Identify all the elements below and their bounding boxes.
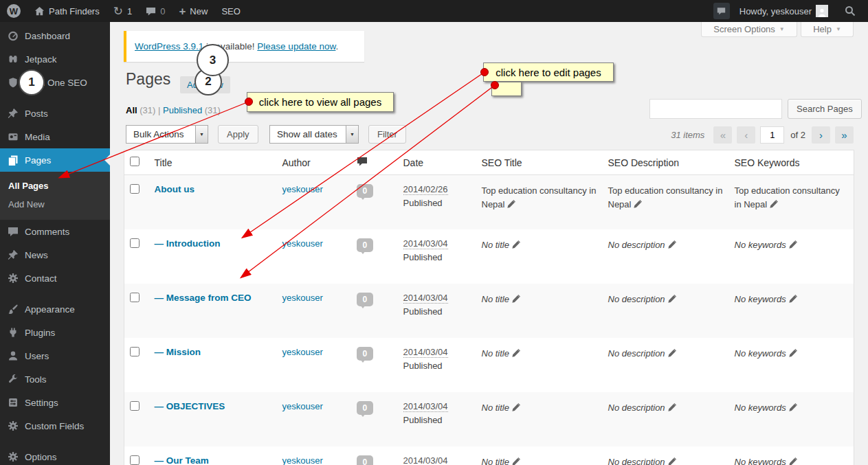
column-header-comments[interactable] xyxy=(351,150,398,175)
edit-pencil-icon[interactable] xyxy=(667,240,676,249)
sidebar-item-news[interactable]: News xyxy=(0,243,110,266)
sidebar-item-custom-fields[interactable]: Custom Fields xyxy=(0,414,110,438)
author-link[interactable]: yeskouser xyxy=(282,455,323,465)
page-title-link[interactable]: About us xyxy=(155,184,195,194)
account-menu[interactable]: Howdy, yeskouser xyxy=(733,0,835,22)
row-checkbox[interactable] xyxy=(130,293,140,302)
sidebar-item-posts[interactable]: Posts xyxy=(0,102,110,125)
sidebar-item-comments[interactable]: Comments xyxy=(0,220,110,243)
annotation-callout-edit-pages: click here to edit pages xyxy=(483,63,614,82)
sidebar-item-settings[interactable]: Settings xyxy=(0,391,110,414)
edit-pencil-icon[interactable] xyxy=(633,200,642,209)
view-all-link[interactable]: All xyxy=(126,105,137,115)
comments-menu[interactable]: 0 xyxy=(139,0,172,22)
column-header-date[interactable]: Date xyxy=(398,150,476,175)
comment-count-bubble[interactable]: 0 xyxy=(357,184,374,198)
sidebar-item-jetpack[interactable]: Jetpack xyxy=(0,47,110,71)
comment-count-bubble[interactable]: 0 xyxy=(357,347,374,361)
prev-page-button[interactable]: ‹ xyxy=(737,126,755,144)
bulk-actions-select[interactable]: Bulk Actions ▼ xyxy=(126,125,208,144)
sidebar-item-appearance[interactable]: Appearance xyxy=(0,297,110,321)
next-page-button[interactable]: › xyxy=(812,126,830,144)
sidebar-item-dashboard[interactable]: Dashboard xyxy=(0,24,110,47)
edit-pencil-icon[interactable] xyxy=(667,457,676,465)
wordpress-version-link[interactable]: WordPress 3.9.1 xyxy=(135,41,203,52)
first-page-button[interactable]: « xyxy=(713,126,732,144)
edit-pencil-icon[interactable] xyxy=(507,200,515,209)
sidebar-item-all-in-one-seo[interactable]: All in One SEO xyxy=(0,71,110,94)
sidebar-item-tools[interactable]: Tools xyxy=(0,367,110,391)
edit-pencil-icon[interactable] xyxy=(788,457,797,465)
sidebar-item-contact[interactable]: Contact xyxy=(0,266,110,290)
submenu-all-pages[interactable]: All Pages xyxy=(0,177,110,195)
edit-pencil-icon[interactable] xyxy=(511,403,520,412)
toolbar-search[interactable] xyxy=(838,0,863,22)
row-checkbox[interactable] xyxy=(130,184,140,194)
edit-pencil-icon[interactable] xyxy=(788,240,797,249)
edit-pencil-icon[interactable] xyxy=(788,349,797,358)
submenu-add-new[interactable]: Add New xyxy=(0,195,110,214)
page-title-link[interactable]: — Mission xyxy=(155,347,201,357)
edit-pencil-icon[interactable] xyxy=(511,457,520,465)
last-page-button[interactable]: » xyxy=(835,126,854,144)
author-link[interactable]: yeskouser xyxy=(282,293,323,303)
sidebar-item-options[interactable]: Options xyxy=(0,445,110,465)
column-header-author[interactable]: Author xyxy=(277,150,351,175)
view-published-link[interactable]: Published xyxy=(163,105,202,115)
sidebar-item-media[interactable]: Media xyxy=(0,125,110,148)
author-link[interactable]: yeskouser xyxy=(282,184,323,194)
edit-pencil-icon[interactable] xyxy=(667,295,676,304)
comment-count-bubble[interactable]: 0 xyxy=(357,455,374,465)
home-icon xyxy=(34,6,45,16)
search-pages-button[interactable]: Search Pages xyxy=(788,99,862,119)
page-title-link[interactable]: — Our Team xyxy=(155,455,209,465)
row-checkbox[interactable] xyxy=(130,455,140,465)
row-checkbox[interactable] xyxy=(130,401,140,411)
search-icon xyxy=(845,5,856,16)
comment-count-bubble[interactable]: 0 xyxy=(357,401,374,415)
sidebar-item-users[interactable]: Users xyxy=(0,344,110,367)
author-link[interactable]: yeskouser xyxy=(282,347,323,357)
update-now-link[interactable]: Please update now xyxy=(257,41,335,52)
page-title-link[interactable]: — OBJECTIVES xyxy=(155,401,225,411)
updates-menu[interactable]: ↻ 1 xyxy=(107,0,139,22)
seo-menu[interactable]: SEO xyxy=(214,0,247,22)
select-all-checkbox[interactable] xyxy=(130,157,140,166)
current-page-input[interactable] xyxy=(760,126,784,144)
sidebar-item-label: Appearance xyxy=(25,304,75,315)
content-area: Screen Options ▼ Help ▼ WordPress 3.9.1 … xyxy=(110,22,868,465)
sidebar-item-label: News xyxy=(25,250,48,260)
edit-pencil-icon[interactable] xyxy=(667,349,676,358)
screen-options-label: Screen Options xyxy=(713,24,775,34)
dates-filter-select[interactable]: Show all dates ▼ xyxy=(269,125,359,144)
search-input[interactable] xyxy=(649,99,782,119)
author-link[interactable]: yeskouser xyxy=(282,401,323,411)
sidebar-item-plugins[interactable]: Plugins xyxy=(0,321,110,344)
column-header-title[interactable]: Title xyxy=(149,150,277,175)
comment-count-bubble[interactable]: 0 xyxy=(357,238,374,252)
seo-title-value: No title xyxy=(482,402,509,413)
edit-pencil-icon[interactable] xyxy=(769,200,778,209)
wordpress-logo[interactable]: W xyxy=(0,0,27,22)
edit-pencil-icon[interactable] xyxy=(788,295,797,304)
filter-button[interactable]: Filter xyxy=(368,125,406,144)
edit-pencil-icon[interactable] xyxy=(788,403,797,412)
page-title-link[interactable]: — Introduction xyxy=(155,238,221,249)
row-checkbox[interactable] xyxy=(130,238,140,248)
page-title-link[interactable]: — Message from CEO xyxy=(155,293,252,303)
screen-options-tab[interactable]: Screen Options ▼ xyxy=(701,22,797,37)
edit-pencil-icon[interactable] xyxy=(511,295,520,304)
edit-pencil-icon[interactable] xyxy=(667,403,676,412)
site-name-menu[interactable]: Path Finders xyxy=(27,0,107,22)
row-checkbox[interactable] xyxy=(130,347,140,356)
comment-count-bubble[interactable]: 0 xyxy=(357,293,374,306)
new-content-menu[interactable]: + New xyxy=(172,0,214,22)
author-link[interactable]: yeskouser xyxy=(282,238,323,249)
edit-pencil-icon[interactable] xyxy=(511,240,520,249)
sidebar-item-pages[interactable]: Pages xyxy=(0,148,110,172)
edit-pencil-icon[interactable] xyxy=(511,349,520,358)
toolbar-comment-shortcut[interactable] xyxy=(713,3,730,19)
apply-button[interactable]: Apply xyxy=(218,125,258,144)
sidebar-item-label: Pages xyxy=(25,155,51,166)
help-tab[interactable]: Help ▼ xyxy=(801,22,854,37)
